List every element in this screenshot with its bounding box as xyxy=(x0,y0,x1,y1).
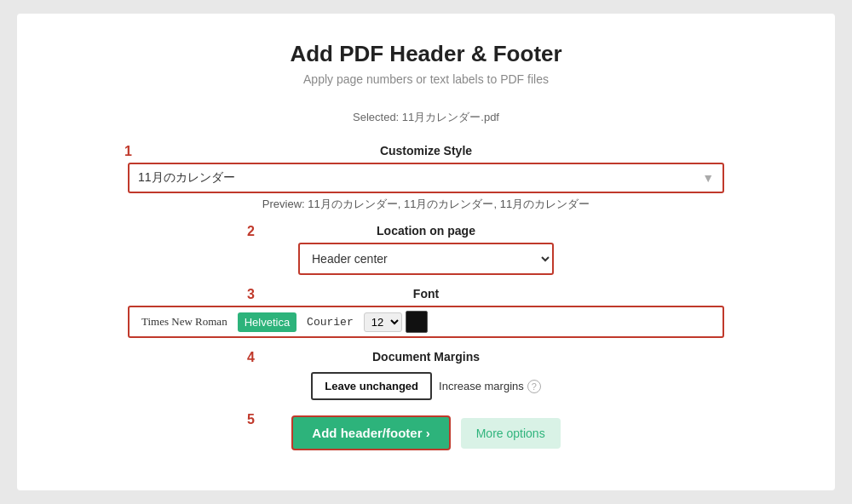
step1-number: 1 xyxy=(124,144,132,159)
main-card: Add PDF Header & Footer Apply page numbe… xyxy=(17,14,835,490)
step5-block: 5 Add header/footer › More options xyxy=(128,412,724,450)
increase-margins-button[interactable]: Increase margins ? xyxy=(439,380,541,393)
step1-block: 1 Customize Style ▼ Preview: 11月のカレンダー, … xyxy=(128,144,724,212)
selected-file: Selected: 11月カレンダー.pdf xyxy=(353,110,499,125)
font-size-select[interactable]: 10 11 12 14 16 18 xyxy=(364,312,402,332)
leave-unchanged-button[interactable]: Leave unchanged xyxy=(311,372,432,400)
page-subtitle: Apply page numbers or text labels to PDF… xyxy=(303,72,549,86)
style-input-wrapper: ▼ xyxy=(128,163,724,193)
step3-number: 3 xyxy=(247,287,255,302)
step3-block: 3 Font Times New Roman Helvetica Courier… xyxy=(128,287,724,338)
page-title: Add PDF Header & Footer xyxy=(290,41,561,67)
help-icon[interactable]: ? xyxy=(527,380,541,393)
step4-number: 4 xyxy=(247,350,255,365)
location-select[interactable]: Header left Header center Header right F… xyxy=(298,243,554,275)
font-helvetica[interactable]: Helvetica xyxy=(238,312,296,332)
style-preview: Preview: 11月のカレンダー, 11月のカレンダー, 11月のカレンダー xyxy=(128,197,724,212)
step2-content: Header left Header center Header right F… xyxy=(128,243,724,275)
step5-number: 5 xyxy=(247,412,255,427)
step2-block: 2 Location on page Header left Header ce… xyxy=(128,224,724,275)
step1-label: Customize Style xyxy=(128,144,724,158)
step3-content: Times New Roman Helvetica Courier 10 11 … xyxy=(128,306,724,338)
style-dropdown-arrow[interactable]: ▼ xyxy=(694,164,722,192)
step4-block: 4 Document Margins Leave unchanged Incre… xyxy=(128,350,724,400)
action-row: Add header/footer › More options xyxy=(291,415,560,450)
style-input[interactable] xyxy=(130,164,694,192)
more-options-button[interactable]: More options xyxy=(461,418,561,449)
step5-content: Add header/footer › More options xyxy=(128,412,724,450)
margins-row: Leave unchanged Increase margins ? xyxy=(311,372,541,400)
increase-margins-label: Increase margins xyxy=(439,380,524,392)
step2-label: Location on page xyxy=(128,224,724,238)
font-row: Times New Roman Helvetica Courier 10 11 … xyxy=(128,306,724,338)
font-color-swatch[interactable] xyxy=(406,311,428,333)
form-section: 1 Customize Style ▼ Preview: 11月のカレンダー, … xyxy=(128,144,724,462)
font-times-new-roman[interactable]: Times New Roman xyxy=(135,312,234,332)
step4-label: Document Margins xyxy=(128,350,724,364)
font-courier[interactable]: Courier xyxy=(300,312,360,332)
add-header-footer-button[interactable]: Add header/footer › xyxy=(291,415,450,450)
step2-number: 2 xyxy=(247,224,255,239)
step3-label: Font xyxy=(128,287,724,301)
step4-content: Leave unchanged Increase margins ? xyxy=(128,369,724,400)
